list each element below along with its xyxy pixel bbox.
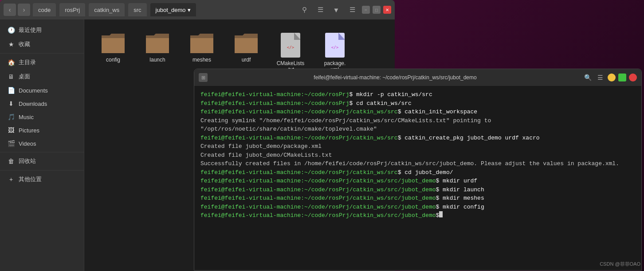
terminal-title: feifei@feifei-virtual-machine: ~/code/ro… bbox=[211, 74, 579, 81]
terminal-search-button[interactable]: 🔍 bbox=[583, 73, 593, 82]
other-icon: + bbox=[7, 176, 15, 183]
terminal-cmd-13: $ mkdir config bbox=[436, 203, 484, 212]
terminal-prompt-1: feifei@feifei-virtual-machine:~/code/ros… bbox=[200, 90, 349, 99]
window-controls: − □ ✕ bbox=[362, 6, 391, 14]
terminal-line-7: Created file jubot_demo/CMakeLists.txt bbox=[200, 151, 635, 160]
terminal-line-2: feifei@feifei-virtual-machine:~/code/ros… bbox=[200, 99, 635, 108]
sidebar-item-pictures[interactable]: 🖼 Pictures bbox=[0, 124, 84, 137]
terminal-cmd-12: $ mkdir meshes bbox=[436, 194, 484, 203]
terminal-line-8: Successfully created files in /home/feif… bbox=[200, 159, 635, 168]
sidebar-label-other: 其他位置 bbox=[19, 175, 42, 183]
terminal-line-13: feifei@feifei-virtual-machine:~/code/ros… bbox=[200, 203, 635, 212]
terminal-line-6: Created file jubot_demo/package.xml bbox=[200, 142, 635, 151]
sidebar-item-downloads[interactable]: ⬇ Downloads bbox=[0, 97, 84, 110]
terminal-line-4: Creating symlink "/home/feifei/code/rosP… bbox=[200, 116, 635, 134]
sidebar-item-starred[interactable]: ★ 收藏 bbox=[0, 37, 84, 51]
cmake-file-icon: </> bbox=[279, 32, 302, 58]
terminal-line-11: feifei@feifei-virtual-machine:~/code/ros… bbox=[200, 186, 635, 194]
pictures-icon: 🖼 bbox=[7, 127, 15, 134]
recent-icon: 🕐 bbox=[7, 27, 15, 34]
file-label-meshes: meshes bbox=[192, 57, 211, 63]
terminal-output-6: Created file jubot_demo/package.xml bbox=[200, 142, 322, 151]
terminal-cmd-11: $ mkdir launch bbox=[436, 186, 484, 194]
downloads-icon: ⬇ bbox=[7, 100, 15, 107]
minimize-button[interactable]: − bbox=[362, 6, 370, 14]
list-view-button[interactable]: ☰ bbox=[314, 4, 326, 16]
terminal-line-10: feifei@feifei-virtual-machine:~/code/ros… bbox=[200, 177, 635, 186]
dropdown-icon: ▾ bbox=[188, 7, 191, 13]
forward-button[interactable]: › bbox=[18, 4, 30, 16]
terminal-cmd-14: $ bbox=[436, 211, 440, 220]
terminal-close-button[interactable] bbox=[629, 74, 637, 81]
sidebar: 🕐 最近使用 ★ 收藏 🏠 主目录 🖥 桌面 📄 Documents ⬇ bbox=[0, 19, 84, 271]
terminal-cmd-2: $ cd catkin_ws/src bbox=[349, 99, 411, 108]
search-button[interactable]: ⚲ bbox=[298, 4, 310, 16]
tab-src[interactable]: src bbox=[128, 3, 146, 16]
file-item-launch[interactable]: launch bbox=[137, 28, 177, 76]
terminal-cmd-1: $ mkdir -p catkin_ws/src bbox=[349, 90, 432, 99]
tab-code[interactable]: code bbox=[33, 3, 56, 16]
sidebar-label-desktop: 桌面 bbox=[19, 73, 30, 81]
tab-rosprj[interactable]: rosPrj bbox=[59, 3, 85, 16]
maximize-button[interactable]: □ bbox=[373, 6, 381, 14]
sidebar-item-desktop[interactable]: 🖥 桌面 bbox=[0, 70, 84, 84]
tab-catkin-ws[interactable]: catkin_ws bbox=[89, 3, 125, 16]
terminal-titlebar: ⊞ feifei@feifei-virtual-machine: ~/code/… bbox=[194, 69, 641, 86]
terminal-cmd-5: $ catkin_create_pkg jubot_demo urdf xacr… bbox=[398, 134, 540, 143]
sort-button[interactable]: ▼ bbox=[330, 4, 342, 16]
folder-icon-config bbox=[100, 32, 126, 55]
sidebar-item-trash[interactable]: 🗑 回收站 bbox=[0, 154, 84, 168]
sidebar-label-trash: 回收站 bbox=[19, 157, 36, 165]
terminal-icon: ⊞ bbox=[199, 73, 208, 82]
terminal-cmd-10: $ mkdir urdf bbox=[436, 177, 478, 186]
terminal-line-3: feifei@feifei-virtual-machine:~/code/ros… bbox=[200, 108, 635, 116]
terminal-line-12: feifei@feifei-virtual-machine:~/code/ros… bbox=[200, 194, 635, 203]
videos-icon: 🎬 bbox=[7, 140, 15, 147]
sidebar-label-home: 主目录 bbox=[19, 58, 36, 66]
terminal-line-1: feifei@feifei-virtual-machine:~/code/ros… bbox=[200, 90, 635, 99]
terminal-cmd-9: $ cd jubot_demo/ bbox=[398, 168, 453, 177]
terminal-maximize-button[interactable] bbox=[618, 74, 626, 81]
folder-icon-meshes bbox=[188, 32, 215, 55]
file-label-config: config bbox=[106, 57, 120, 63]
file-label-urdf: urdf bbox=[242, 57, 251, 63]
more-options-button[interactable]: ☰ bbox=[346, 4, 358, 16]
terminal-prompt-2: feifei@feifei-virtual-machine:~/code/ros… bbox=[200, 99, 349, 108]
folder-icon-urdf bbox=[233, 32, 259, 55]
terminal-window-controls: 🔍 ☰ bbox=[583, 73, 637, 82]
close-button[interactable]: ✕ bbox=[383, 6, 391, 14]
xml-file-icon: </> bbox=[323, 32, 346, 58]
sidebar-label-videos: Videos bbox=[19, 140, 36, 147]
terminal-line-14: feifei@feifei-virtual-machine:~/code/ros… bbox=[200, 211, 635, 220]
watermark: CSDN @菲菲OAO bbox=[600, 261, 640, 267]
trash-icon: 🗑 bbox=[7, 158, 15, 165]
svg-text:</>: </> bbox=[287, 45, 295, 50]
sidebar-label-starred: 收藏 bbox=[19, 40, 30, 48]
terminal-cmd-3: $ catkin_init_workspace bbox=[398, 108, 477, 116]
tab-jubot-demo[interactable]: jubot_demo ▾ bbox=[150, 3, 196, 16]
folder-icon-launch bbox=[144, 32, 171, 55]
sidebar-label-documents: Documents bbox=[19, 87, 48, 94]
watermark-text: CSDN @菲菲OAO bbox=[600, 261, 640, 267]
file-manager-titlebar: ‹ › code rosPrj catkin_ws src jubot_demo… bbox=[0, 0, 395, 19]
terminal-prompt-10: feifei@feifei-virtual-machine:~/code/ros… bbox=[200, 177, 436, 186]
sidebar-item-recent[interactable]: 🕐 最近使用 bbox=[0, 23, 84, 37]
terminal-prompt-13: feifei@feifei-virtual-machine:~/code/ros… bbox=[200, 203, 436, 212]
home-icon: 🏠 bbox=[7, 59, 15, 66]
sidebar-item-documents[interactable]: 📄 Documents bbox=[0, 84, 84, 97]
music-icon: 🎵 bbox=[7, 113, 15, 120]
terminal-menu-button[interactable]: ☰ bbox=[595, 73, 605, 82]
terminal-window: ⊞ feifei@feifei-virtual-machine: ~/code/… bbox=[194, 69, 642, 271]
sidebar-item-other[interactable]: + 其他位置 bbox=[0, 172, 84, 186]
terminal-minimize-button[interactable] bbox=[608, 74, 616, 81]
terminal-body[interactable]: feifei@feifei-virtual-machine:~/code/ros… bbox=[194, 86, 641, 270]
terminal-prompt-14: feifei@feifei-virtual-machine:~/code/ros… bbox=[200, 211, 436, 220]
sidebar-item-home[interactable]: 🏠 主目录 bbox=[0, 55, 84, 70]
sidebar-item-music[interactable]: 🎵 Music bbox=[0, 110, 84, 124]
sidebar-label-downloads: Downloads bbox=[19, 101, 47, 107]
star-icon: ★ bbox=[7, 41, 15, 48]
back-button[interactable]: ‹ bbox=[4, 4, 16, 16]
sidebar-item-videos[interactable]: 🎬 Videos bbox=[0, 137, 84, 150]
file-item-config[interactable]: config bbox=[93, 28, 133, 76]
file-label-launch: launch bbox=[149, 57, 165, 63]
